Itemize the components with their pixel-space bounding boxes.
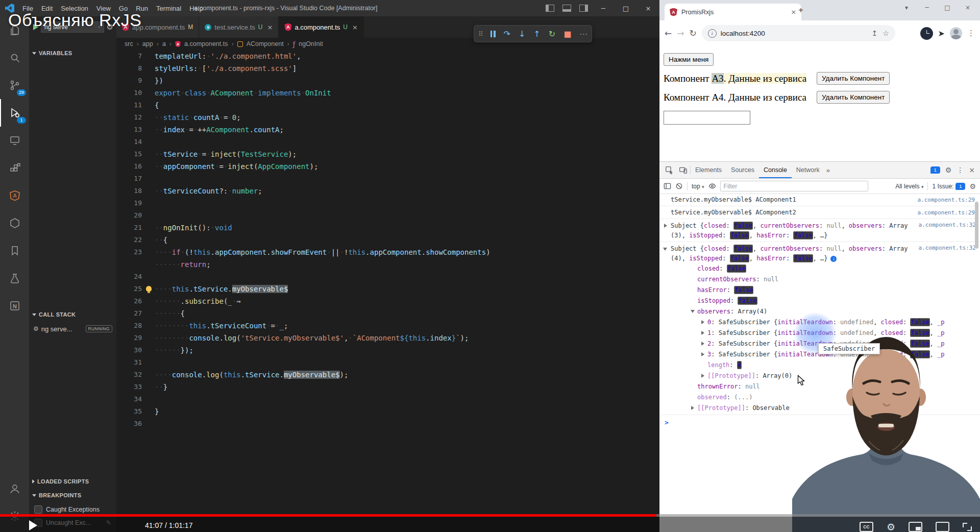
chrome-menu-icon[interactable]: ⋮	[967, 29, 975, 38]
debug-session-row[interactable]: ⚙ ng serve... RUNNING	[29, 323, 116, 335]
maximize-button[interactable]: □	[615, 0, 637, 16]
toggle-panel-icon[interactable]	[562, 5, 571, 12]
toggle-secondary-sidebar-icon[interactable]	[579, 5, 588, 12]
browser-tab[interactable]: A PromisRxjs ×	[665, 4, 801, 20]
console-property-row[interactable]: isStopped: false	[671, 296, 976, 306]
clear-console-icon[interactable]	[675, 182, 683, 190]
flask-icon[interactable]	[0, 264, 29, 292]
site-info-icon[interactable]: i	[708, 29, 717, 38]
step-over-icon[interactable]: ↷	[504, 29, 510, 39]
bookmark-star-icon[interactable]: ☆	[883, 29, 889, 37]
more-actions-icon[interactable]: ⋯	[579, 29, 587, 39]
device-toolbar-icon[interactable]	[679, 166, 688, 175]
issues-chip[interactable]: 1 Issue:1	[932, 183, 965, 190]
angular-icon[interactable]: A	[0, 182, 29, 209]
lightbulb-icon[interactable]	[146, 286, 152, 292]
collapse-arrow-icon[interactable]	[663, 248, 667, 251]
hexagon-icon[interactable]	[0, 209, 29, 237]
tab-close-icon[interactable]: ×	[352, 23, 358, 31]
expand-arrow-icon[interactable]	[701, 342, 704, 346]
video-progress-bar[interactable]	[0, 514, 980, 517]
scrollbar-thumb[interactable]	[975, 202, 978, 249]
tab-test.service.ts[interactable]: stest.service.tsU×	[199, 16, 279, 38]
delete-component-button[interactable]: Удалить Компонент	[817, 91, 890, 104]
devtools-settings-gear-icon[interactable]: ⚙	[945, 166, 952, 174]
extension-clock-icon[interactable]	[920, 27, 933, 40]
console-object-entry[interactable]: Subject {closed: false, currentObservers…	[659, 219, 980, 242]
devtools-menu-icon[interactable]: ⋮	[957, 166, 964, 174]
callstack-section-header[interactable]: CALL STACK	[29, 309, 116, 320]
devtools-close-icon[interactable]: ×	[969, 166, 975, 174]
text-input[interactable]	[664, 111, 750, 125]
info-icon[interactable]: i	[830, 256, 837, 262]
video-settings-gear-icon[interactable]: ⚙	[887, 523, 895, 531]
breakpoints-section-header[interactable]: BREAKPOINTS	[29, 490, 116, 500]
breadcrumb-item[interactable]: ngOnInit	[299, 40, 323, 47]
devtools-tab-console[interactable]: Console	[759, 162, 792, 178]
live-expression-eye-icon[interactable]	[708, 182, 716, 190]
source-link[interactable]: a.component.ts:32	[913, 222, 976, 228]
run-and-debug-icon[interactable]: 1	[0, 99, 29, 127]
console-property-row[interactable]: closed: false	[671, 263, 976, 274]
back-icon[interactable]: ←	[665, 28, 672, 38]
source-link[interactable]: a.component.ts:29	[912, 197, 975, 203]
nx-console-icon[interactable]: N	[0, 292, 29, 320]
collapse-arrow-icon[interactable]	[691, 310, 695, 313]
click-me-button[interactable]: Нажми меня	[664, 53, 714, 66]
devtools-tab-network[interactable]: Network	[792, 162, 824, 178]
expand-arrow-icon[interactable]	[701, 320, 704, 324]
expand-arrow-icon[interactable]	[701, 374, 704, 378]
extension-cursor-icon[interactable]: ➤	[938, 29, 945, 38]
issues-counter-icon[interactable]: 1	[930, 166, 940, 174]
breadcrumb-item[interactable]: AComponent	[247, 40, 284, 47]
source-link[interactable]: a.component.ts:29	[912, 209, 975, 216]
delete-component-button[interactable]: Удалить Компонент	[817, 72, 890, 85]
subtitles-icon[interactable]: CC	[860, 522, 873, 532]
close-button[interactable]: ×	[958, 1, 978, 14]
variables-section-header[interactable]: VARIABLES	[29, 48, 116, 58]
more-tabs-icon[interactable]: »	[824, 166, 832, 174]
bookmarks-icon[interactable]	[0, 237, 29, 264]
tab-close-icon[interactable]: ×	[267, 23, 273, 31]
new-tab-button[interactable]: +	[798, 5, 803, 15]
extensions-icon[interactable]	[0, 154, 29, 182]
menu-terminal[interactable]: Terminal	[152, 5, 185, 12]
video-play-icon[interactable]	[29, 520, 37, 530]
stop-icon[interactable]: ■	[564, 29, 571, 39]
expand-arrow-icon[interactable]	[701, 331, 704, 335]
toggle-sidebar-icon[interactable]	[546, 5, 554, 12]
breadcrumb-item[interactable]: src	[125, 40, 133, 47]
share-icon[interactable]: ↥	[871, 29, 877, 37]
checkbox[interactable]	[34, 505, 42, 514]
source-control-icon[interactable]: 29	[0, 71, 29, 99]
miniplayer-icon[interactable]	[909, 522, 922, 532]
source-link[interactable]: a.component.ts:32	[913, 245, 976, 251]
breadcrumb-item[interactable]: a.component.ts	[184, 40, 228, 47]
tab-a.component.ts[interactable]: Aa.component.tsU×	[279, 16, 363, 38]
loaded-scripts-section-header[interactable]: LOADED SCRIPTS	[29, 476, 116, 487]
log-levels-select[interactable]: All levels ▾	[895, 183, 923, 190]
profile-avatar[interactable]	[950, 27, 962, 39]
step-out-icon[interactable]: ↑	[533, 29, 540, 39]
devtools-tab-elements[interactable]: Elements	[691, 162, 726, 178]
maximize-button[interactable]: □	[937, 1, 958, 14]
breadcrumb-item[interactable]: a	[162, 40, 166, 47]
remote-explorer-icon[interactable]	[0, 127, 29, 154]
minimize-button[interactable]: ─	[917, 1, 937, 14]
minimize-button[interactable]: ─	[592, 0, 615, 16]
expand-arrow-icon[interactable]	[701, 352, 704, 356]
restart-icon[interactable]: ↻	[549, 29, 555, 39]
accounts-icon[interactable]	[0, 475, 29, 502]
address-bar[interactable]: i localhost:4200 ↥ ☆	[702, 25, 895, 41]
drag-handle-icon[interactable]: ⠿	[478, 30, 482, 38]
tab-search-icon[interactable]: ▾	[896, 1, 917, 14]
context-selector[interactable]: top ▾	[692, 183, 704, 190]
theater-mode-icon[interactable]	[936, 522, 949, 532]
fullscreen-icon[interactable]	[963, 523, 972, 531]
console-settings-gear-icon[interactable]: ⚙	[969, 182, 976, 190]
inspect-element-icon[interactable]	[665, 166, 674, 175]
console-property-row[interactable]: currentObservers: null	[671, 274, 976, 285]
close-button[interactable]: ×	[637, 0, 659, 16]
console-property-row[interactable]: hasError: false	[671, 285, 976, 296]
code-editor[interactable]: 7templateUrl:·'./a.component.html',8styl…	[116, 50, 659, 532]
